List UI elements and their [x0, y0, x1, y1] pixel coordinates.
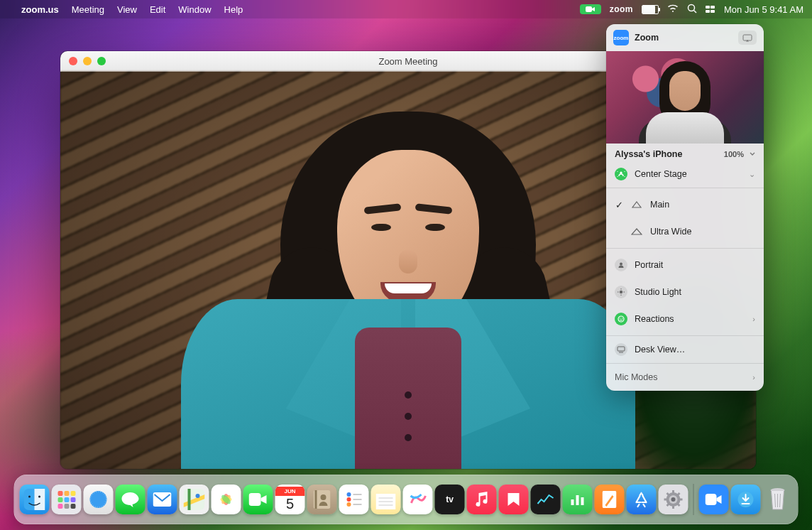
battery-icon[interactable]	[642, 5, 659, 14]
svg-line-2	[693, 10, 696, 13]
svg-point-8	[620, 318, 620, 318]
svg-point-30	[347, 497, 351, 502]
menubar-clock[interactable]: Mon Jun 5 9:41 AM	[724, 4, 803, 15]
svg-line-53	[678, 493, 680, 495]
lens-ultrawide-row[interactable]: Ultra Wide	[606, 218, 764, 245]
device-row[interactable]: Alyssa's iPhone 100%	[606, 144, 764, 161]
studio-light-label: Studio Light	[635, 287, 755, 297]
svg-rect-41	[581, 497, 584, 505]
dock-contacts[interactable]	[307, 485, 337, 514]
video-effects-panel: zoom Zoom Alyssa's iPhone 100% Center St…	[606, 24, 764, 391]
camera-app-label[interactable]: zoom	[610, 4, 633, 14]
panel-app-name: Zoom	[635, 33, 659, 43]
dock-mail[interactable]	[148, 485, 177, 514]
svg-point-15	[38, 496, 40, 498]
svg-line-51	[678, 504, 680, 506]
dock-appstore[interactable]	[627, 485, 657, 514]
control-center-icon[interactable]	[706, 6, 715, 13]
lens-ultrawide-label: Ultra Wide	[650, 227, 755, 237]
desk-view-icon	[615, 343, 627, 356]
menubar: zoom.us Meeting View Edit Window Help zo…	[0, 0, 812, 18]
desk-view-label: Desk View…	[635, 345, 755, 355]
dock-numbers[interactable]	[563, 485, 593, 514]
svg-point-6	[620, 291, 622, 293]
lens-icon	[630, 225, 643, 238]
dock-music[interactable]	[467, 485, 497, 514]
camera-indicator[interactable]	[580, 4, 601, 14]
screen-icon	[742, 34, 752, 42]
dock-settings[interactable]	[659, 485, 688, 514]
reactions-row[interactable]: Reactions ›	[606, 305, 764, 332]
window-minimize-button[interactable]	[83, 57, 92, 65]
mic-modes-label: Mic Modes	[615, 372, 745, 382]
window-close-button[interactable]	[69, 57, 77, 65]
app-menu[interactable]: zoom.us	[21, 4, 59, 15]
menu-view[interactable]: View	[117, 4, 137, 15]
svg-point-28	[321, 494, 327, 500]
video-icon	[586, 6, 596, 13]
dock-reminders[interactable]	[339, 485, 369, 514]
svg-point-1	[688, 4, 694, 11]
reactions-icon	[615, 313, 627, 325]
dock-pages[interactable]	[595, 485, 625, 514]
chevron-right-icon: ›	[752, 373, 755, 382]
screen-mirroring-button[interactable]	[738, 31, 757, 45]
dock-maps[interactable]	[180, 485, 209, 514]
svg-rect-40	[576, 495, 579, 505]
studio-light-row[interactable]: Studio Light	[606, 278, 764, 305]
desktop: zoom.us Meeting View Edit Window Help zo…	[0, 0, 812, 530]
dock-trash[interactable]	[763, 485, 793, 514]
portrait-row[interactable]: Portrait	[606, 252, 764, 278]
svg-point-45	[671, 497, 676, 502]
lens-main-label: Main	[650, 200, 755, 210]
svg-line-52	[667, 504, 669, 506]
dock-zoom[interactable]	[699, 485, 729, 514]
device-name: Alyssa's iPhone	[615, 149, 682, 159]
dock-safari[interactable]	[84, 485, 114, 514]
dock-facetime[interactable]	[243, 485, 273, 514]
dock-downloads[interactable]	[731, 485, 761, 514]
participant-self-video	[181, 86, 635, 469]
dock: JUN5 tv	[14, 475, 799, 524]
dock-freeform[interactable]	[403, 485, 433, 514]
menu-window[interactable]: Window	[178, 4, 211, 15]
chevron-down-icon	[750, 151, 755, 157]
menu-meeting[interactable]: Meeting	[72, 4, 104, 15]
lens-main-row[interactable]: ✓ Main	[606, 191, 764, 218]
window-maximize-button[interactable]	[97, 57, 106, 65]
svg-rect-13	[35, 489, 45, 510]
dock-divider	[693, 484, 694, 515]
mic-modes-row[interactable]: Mic Modes ›	[606, 364, 764, 391]
svg-point-4	[620, 172, 622, 174]
wifi-icon[interactable]	[667, 4, 679, 15]
portrait-label: Portrait	[635, 260, 755, 270]
panel-header: zoom Zoom	[606, 24, 764, 51]
studio-light-icon	[615, 286, 627, 298]
svg-line-50	[667, 493, 669, 495]
svg-rect-10	[618, 347, 625, 351]
dock-news[interactable]	[499, 485, 529, 514]
dock-calendar[interactable]: JUN5	[275, 485, 305, 514]
chevron-right-icon: ›	[752, 315, 755, 323]
device-battery: 100%	[724, 150, 755, 158]
dock-notes[interactable]	[371, 485, 401, 514]
dock-photos[interactable]	[212, 485, 241, 514]
center-stage-icon	[615, 168, 627, 180]
svg-point-14	[28, 496, 31, 498]
dock-finder[interactable]	[20, 485, 50, 514]
svg-rect-39	[571, 499, 574, 505]
svg-rect-27	[315, 490, 317, 509]
dock-stocks[interactable]	[531, 485, 561, 514]
center-stage-row[interactable]: Center Stage ⌄	[606, 161, 764, 188]
menu-help[interactable]: Help	[224, 4, 243, 15]
dock-messages[interactable]	[116, 485, 146, 514]
menu-edit[interactable]: Edit	[150, 4, 165, 15]
desk-view-row[interactable]: Desk View…	[606, 336, 764, 363]
camera-preview	[606, 51, 764, 144]
svg-rect-18	[153, 492, 172, 507]
dock-tv[interactable]: tv	[435, 485, 465, 514]
spotlight-icon[interactable]	[687, 4, 697, 16]
svg-point-31	[347, 502, 351, 507]
dock-launchpad[interactable]	[52, 485, 82, 514]
traffic-lights	[60, 57, 106, 65]
